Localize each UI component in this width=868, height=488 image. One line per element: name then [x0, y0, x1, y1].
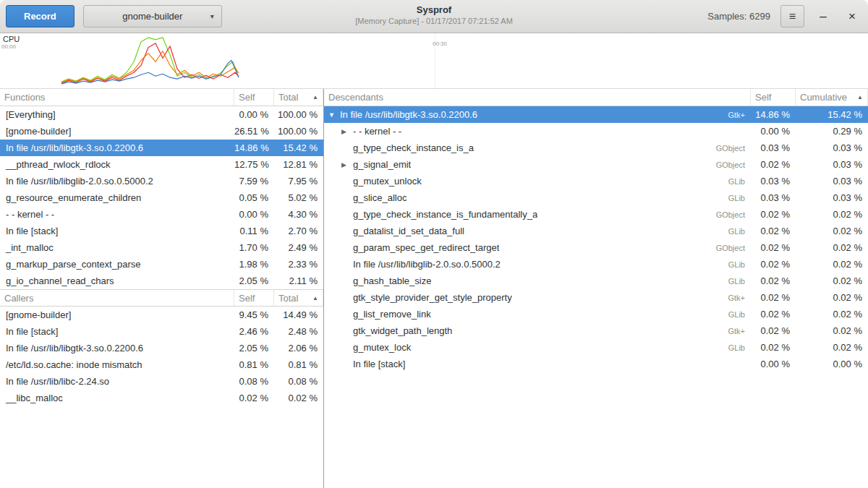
- cumulative-percent-cell: 0.03 %: [796, 192, 868, 203]
- cumulative-percent-cell: 0.00 %: [796, 359, 868, 369]
- expander-icon[interactable]: ▶: [341, 161, 353, 168]
- table-row[interactable]: [Everything]0.00 %100.00 %: [0, 106, 323, 123]
- function-name-cell: [gnome-builder]: [0, 126, 234, 137]
- function-name-cell: __libc_malloc: [0, 393, 234, 403]
- library-tag: GLib: [728, 194, 751, 202]
- table-row[interactable]: g_param_spec_get_redirect_targetGObject0…: [324, 239, 868, 256]
- cumulative-percent-cell: 0.02 %: [796, 259, 868, 270]
- table-row[interactable]: In file [stack]0.00 %0.00 %: [324, 356, 868, 372]
- function-name-cell: ▶g_signal_emitGObject: [324, 159, 751, 170]
- library-tag: GLib: [728, 260, 751, 269]
- table-row[interactable]: __libc_malloc0.02 %0.02 %: [0, 390, 323, 406]
- total-column-header[interactable]: Total▲: [274, 290, 323, 306]
- cumulative-percent-cell: 0.03 %: [796, 176, 868, 187]
- function-name-cell: In file /usr/lib/libc-2.24.so: [0, 376, 234, 387]
- self-percent-cell: 0.02 %: [751, 159, 796, 170]
- table-row[interactable]: ▶g_signal_emitGObject0.02 %0.03 %: [324, 156, 868, 173]
- table-row[interactable]: In file [stack]0.11 %2.70 %: [0, 223, 323, 239]
- total-percent-cell: 12.81 %: [274, 159, 323, 170]
- table-row[interactable]: g_type_check_instance_is_fundamentally_a…: [324, 206, 868, 223]
- table-row[interactable]: g_mutex_unlockGLib0.03 %0.03 %: [324, 173, 868, 189]
- minimize-button[interactable]: –: [813, 7, 833, 27]
- table-row[interactable]: In file /usr/lib/libgtk-3.so.0.2200.62.0…: [0, 340, 323, 356]
- self-percent-cell: 9.45 %: [234, 309, 274, 320]
- functions-column-header[interactable]: Functions: [0, 89, 234, 106]
- table-row[interactable]: gtk_style_provider_get_style_propertyGtk…: [324, 289, 868, 306]
- expander-icon[interactable]: ▶: [341, 128, 353, 135]
- table-row[interactable]: g_resource_enumerate_children0.05 %5.02 …: [0, 189, 323, 206]
- table-row[interactable]: In file [stack]2.46 %2.48 %: [0, 323, 323, 340]
- self-column-header[interactable]: Self: [751, 89, 796, 106]
- table-row[interactable]: g_mutex_lockGLib0.02 %0.02 %: [324, 339, 868, 356]
- self-column-header[interactable]: Self: [234, 290, 274, 306]
- table-row[interactable]: ▶- - kernel - -0.00 %0.29 %: [324, 123, 868, 140]
- table-row[interactable]: g_datalist_id_set_data_fullGLib0.02 %0.0…: [324, 223, 868, 239]
- table-row[interactable]: g_io_channel_read_chars2.05 %2.11 %: [0, 273, 323, 289]
- function-name-cell: gtk_widget_path_lengthGtk+: [324, 325, 751, 336]
- total-column-header[interactable]: Total▲: [274, 89, 323, 106]
- self-percent-cell: 26.51 %: [234, 126, 274, 137]
- hamburger-menu-button[interactable]: ≡: [780, 5, 804, 27]
- process-selector-dropdown[interactable]: gnome-builder ▾: [83, 5, 222, 27]
- record-button[interactable]: Record: [6, 5, 75, 27]
- table-row[interactable]: In file /usr/lib/libgtk-3.so.0.2200.614.…: [0, 140, 323, 156]
- table-row[interactable]: gtk_widget_path_lengthGtk+0.02 %0.02 %: [324, 322, 868, 339]
- callers-column-header[interactable]: Callers: [0, 290, 234, 306]
- function-name-cell: In file /usr/lib/libglib-2.0.so.0.5000.2: [0, 176, 234, 187]
- cumulative-percent-cell: 0.29 %: [796, 126, 868, 137]
- function-name-label: In file /usr/lib/libglib-2.0.so.0.5000.2: [353, 259, 501, 270]
- total-percent-cell: 4.30 %: [274, 209, 323, 220]
- function-name-cell: g_markup_parse_context_parse: [0, 259, 234, 270]
- table-row[interactable]: g_list_remove_linkGLib0.02 %0.02 %: [324, 306, 868, 322]
- table-row[interactable]: g_type_check_instance_is_aGObject0.03 %0…: [324, 140, 868, 156]
- cpu-graph[interactable]: CPU 00:00 00:30: [0, 33, 868, 89]
- callers-table: [gnome-builder]9.45 %14.49 %In file [sta…: [0, 307, 323, 406]
- table-row[interactable]: In file /usr/lib/libc-2.24.so0.08 %0.08 …: [0, 373, 323, 390]
- function-name-cell: In file [stack]: [0, 326, 234, 337]
- functions-column-label: Functions: [4, 92, 45, 103]
- library-tag: GLib: [728, 227, 751, 236]
- table-row[interactable]: g_hash_table_sizeGLib0.02 %0.02 %: [324, 273, 868, 289]
- function-name-cell: In file [stack]: [0, 226, 234, 236]
- process-selector-label: gnome-builder: [122, 11, 182, 22]
- table-row[interactable]: In file /usr/lib/libglib-2.0.so.0.5000.2…: [0, 173, 323, 189]
- total-percent-cell: 2.48 %: [274, 326, 323, 337]
- table-row[interactable]: [gnome-builder]9.45 %14.49 %: [0, 307, 323, 323]
- table-row[interactable]: _int_malloc1.70 %2.49 %: [0, 239, 323, 256]
- main-content: Functions Self Total▲ [Everything]0.00 %…: [0, 89, 868, 488]
- self-column-header[interactable]: Self: [234, 89, 274, 106]
- table-row[interactable]: g_slice_allocGLib0.03 %0.03 %: [324, 189, 868, 206]
- table-row[interactable]: __pthread_rwlock_rdlock12.75 %12.81 %: [0, 156, 323, 173]
- cumulative-column-header[interactable]: Cumulative▲: [796, 89, 868, 106]
- expander-icon[interactable]: ▼: [328, 111, 340, 119]
- total-percent-cell: 2.33 %: [274, 259, 323, 270]
- self-percent-cell: 0.05 %: [234, 192, 274, 203]
- callers-column-label: Callers: [4, 293, 33, 304]
- self-percent-cell: 0.81 %: [234, 359, 274, 370]
- cumulative-column-label: Cumulative: [800, 92, 847, 103]
- cumulative-percent-cell: 0.02 %: [796, 226, 868, 236]
- cumulative-percent-cell: 0.02 %: [796, 242, 868, 253]
- table-row[interactable]: [gnome-builder]26.51 %100.00 %: [0, 123, 323, 140]
- table-row[interactable]: - - kernel - -0.00 %4.30 %: [0, 206, 323, 223]
- table-row[interactable]: ▼In file /usr/lib/libgtk-3.so.0.2200.6Gt…: [324, 106, 868, 123]
- table-row[interactable]: g_markup_parse_context_parse1.98 %2.33 %: [0, 256, 323, 273]
- function-name-cell: g_io_channel_read_chars: [0, 275, 234, 286]
- self-percent-cell: 0.02 %: [751, 342, 796, 353]
- table-row[interactable]: /etc/ld.so.cache: inode mismatch0.81 %0.…: [0, 356, 323, 373]
- self-percent-cell: 0.02 %: [234, 393, 274, 403]
- library-tag: GObject: [716, 210, 751, 219]
- function-name-cell: In file [stack]: [324, 359, 751, 369]
- function-name-cell: g_hash_table_sizeGLib: [324, 275, 751, 286]
- descendants-column-header[interactable]: Descendants: [324, 89, 751, 106]
- function-name-label: g_mutex_unlock: [353, 176, 422, 187]
- function-name-cell: [Everything]: [0, 109, 234, 120]
- function-name-cell: g_type_check_instance_is_fundamentally_a…: [324, 209, 751, 220]
- self-percent-cell: 0.02 %: [751, 242, 796, 253]
- self-percent-cell: 0.11 %: [234, 226, 274, 236]
- cpu-time-start: 00:00: [1, 43, 16, 50]
- table-row[interactable]: In file /usr/lib/libglib-2.0.so.0.5000.2…: [324, 256, 868, 273]
- total-percent-cell: 5.02 %: [274, 192, 323, 203]
- function-name-label: g_list_remove_link: [353, 309, 431, 320]
- close-button[interactable]: ×: [842, 7, 862, 27]
